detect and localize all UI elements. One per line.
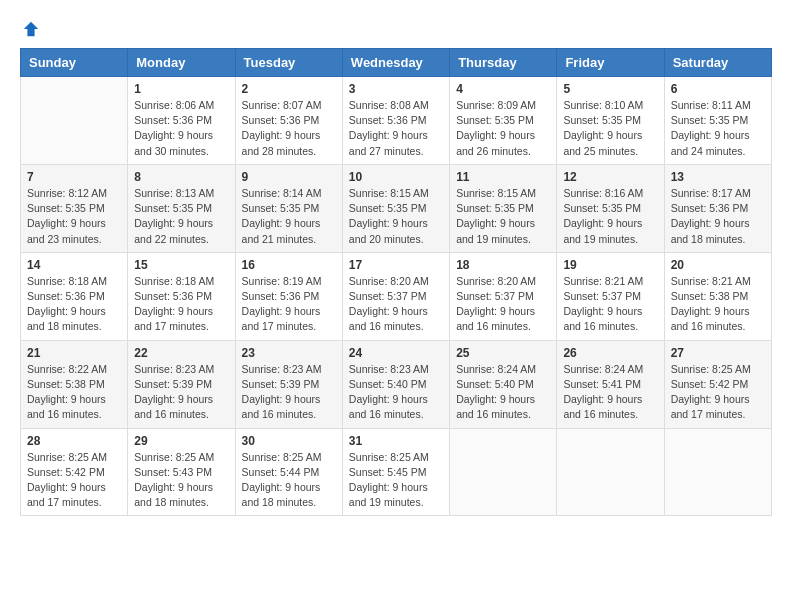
calendar-cell: 2Sunrise: 8:07 AM Sunset: 5:36 PM Daylig… — [235, 77, 342, 165]
calendar-row-2: 7Sunrise: 8:12 AM Sunset: 5:35 PM Daylig… — [21, 164, 772, 252]
day-info: Sunrise: 8:25 AM Sunset: 5:42 PM Dayligh… — [671, 362, 765, 423]
day-info: Sunrise: 8:09 AM Sunset: 5:35 PM Dayligh… — [456, 98, 550, 159]
day-info: Sunrise: 8:11 AM Sunset: 5:35 PM Dayligh… — [671, 98, 765, 159]
weekday-monday: Monday — [128, 49, 235, 77]
calendar-cell: 24Sunrise: 8:23 AM Sunset: 5:40 PM Dayli… — [342, 340, 449, 428]
calendar-cell — [21, 77, 128, 165]
weekday-friday: Friday — [557, 49, 664, 77]
day-number: 13 — [671, 170, 765, 184]
day-info: Sunrise: 8:12 AM Sunset: 5:35 PM Dayligh… — [27, 186, 121, 247]
calendar-row-5: 28Sunrise: 8:25 AM Sunset: 5:42 PM Dayli… — [21, 428, 772, 516]
calendar-cell: 3Sunrise: 8:08 AM Sunset: 5:36 PM Daylig… — [342, 77, 449, 165]
day-info: Sunrise: 8:16 AM Sunset: 5:35 PM Dayligh… — [563, 186, 657, 247]
calendar-cell: 19Sunrise: 8:21 AM Sunset: 5:37 PM Dayli… — [557, 252, 664, 340]
day-info: Sunrise: 8:19 AM Sunset: 5:36 PM Dayligh… — [242, 274, 336, 335]
day-number: 12 — [563, 170, 657, 184]
calendar-cell: 28Sunrise: 8:25 AM Sunset: 5:42 PM Dayli… — [21, 428, 128, 516]
day-number: 5 — [563, 82, 657, 96]
day-number: 16 — [242, 258, 336, 272]
calendar-cell — [664, 428, 771, 516]
calendar-cell: 12Sunrise: 8:16 AM Sunset: 5:35 PM Dayli… — [557, 164, 664, 252]
day-info: Sunrise: 8:22 AM Sunset: 5:38 PM Dayligh… — [27, 362, 121, 423]
calendar-cell: 26Sunrise: 8:24 AM Sunset: 5:41 PM Dayli… — [557, 340, 664, 428]
day-number: 3 — [349, 82, 443, 96]
day-number: 26 — [563, 346, 657, 360]
calendar-cell: 9Sunrise: 8:14 AM Sunset: 5:35 PM Daylig… — [235, 164, 342, 252]
day-number: 31 — [349, 434, 443, 448]
day-info: Sunrise: 8:25 AM Sunset: 5:44 PM Dayligh… — [242, 450, 336, 511]
day-number: 8 — [134, 170, 228, 184]
weekday-header-row: SundayMondayTuesdayWednesdayThursdayFrid… — [21, 49, 772, 77]
day-number: 30 — [242, 434, 336, 448]
page-header — [20, 20, 772, 38]
day-info: Sunrise: 8:08 AM Sunset: 5:36 PM Dayligh… — [349, 98, 443, 159]
calendar-cell: 4Sunrise: 8:09 AM Sunset: 5:35 PM Daylig… — [450, 77, 557, 165]
day-info: Sunrise: 8:18 AM Sunset: 5:36 PM Dayligh… — [27, 274, 121, 335]
logo — [20, 20, 40, 38]
calendar-cell: 18Sunrise: 8:20 AM Sunset: 5:37 PM Dayli… — [450, 252, 557, 340]
day-info: Sunrise: 8:20 AM Sunset: 5:37 PM Dayligh… — [349, 274, 443, 335]
calendar-cell: 10Sunrise: 8:15 AM Sunset: 5:35 PM Dayli… — [342, 164, 449, 252]
calendar-cell: 31Sunrise: 8:25 AM Sunset: 5:45 PM Dayli… — [342, 428, 449, 516]
day-number: 25 — [456, 346, 550, 360]
day-info: Sunrise: 8:15 AM Sunset: 5:35 PM Dayligh… — [456, 186, 550, 247]
day-number: 15 — [134, 258, 228, 272]
day-number: 29 — [134, 434, 228, 448]
day-info: Sunrise: 8:21 AM Sunset: 5:37 PM Dayligh… — [563, 274, 657, 335]
day-number: 28 — [27, 434, 121, 448]
day-number: 9 — [242, 170, 336, 184]
day-info: Sunrise: 8:18 AM Sunset: 5:36 PM Dayligh… — [134, 274, 228, 335]
weekday-thursday: Thursday — [450, 49, 557, 77]
day-info: Sunrise: 8:21 AM Sunset: 5:38 PM Dayligh… — [671, 274, 765, 335]
day-info: Sunrise: 8:07 AM Sunset: 5:36 PM Dayligh… — [242, 98, 336, 159]
calendar-cell — [557, 428, 664, 516]
calendar-cell: 17Sunrise: 8:20 AM Sunset: 5:37 PM Dayli… — [342, 252, 449, 340]
calendar-body: 1Sunrise: 8:06 AM Sunset: 5:36 PM Daylig… — [21, 77, 772, 516]
weekday-tuesday: Tuesday — [235, 49, 342, 77]
day-info: Sunrise: 8:25 AM Sunset: 5:45 PM Dayligh… — [349, 450, 443, 511]
day-number: 24 — [349, 346, 443, 360]
day-number: 21 — [27, 346, 121, 360]
day-number: 22 — [134, 346, 228, 360]
calendar-cell: 23Sunrise: 8:23 AM Sunset: 5:39 PM Dayli… — [235, 340, 342, 428]
day-number: 11 — [456, 170, 550, 184]
day-info: Sunrise: 8:25 AM Sunset: 5:42 PM Dayligh… — [27, 450, 121, 511]
day-info: Sunrise: 8:23 AM Sunset: 5:39 PM Dayligh… — [134, 362, 228, 423]
calendar-cell: 6Sunrise: 8:11 AM Sunset: 5:35 PM Daylig… — [664, 77, 771, 165]
calendar-row-3: 14Sunrise: 8:18 AM Sunset: 5:36 PM Dayli… — [21, 252, 772, 340]
day-number: 7 — [27, 170, 121, 184]
calendar-cell: 7Sunrise: 8:12 AM Sunset: 5:35 PM Daylig… — [21, 164, 128, 252]
calendar-cell: 22Sunrise: 8:23 AM Sunset: 5:39 PM Dayli… — [128, 340, 235, 428]
calendar-cell: 25Sunrise: 8:24 AM Sunset: 5:40 PM Dayli… — [450, 340, 557, 428]
calendar-cell: 27Sunrise: 8:25 AM Sunset: 5:42 PM Dayli… — [664, 340, 771, 428]
calendar-cell: 8Sunrise: 8:13 AM Sunset: 5:35 PM Daylig… — [128, 164, 235, 252]
day-number: 17 — [349, 258, 443, 272]
calendar-cell: 13Sunrise: 8:17 AM Sunset: 5:36 PM Dayli… — [664, 164, 771, 252]
day-info: Sunrise: 8:10 AM Sunset: 5:35 PM Dayligh… — [563, 98, 657, 159]
calendar-row-4: 21Sunrise: 8:22 AM Sunset: 5:38 PM Dayli… — [21, 340, 772, 428]
calendar-cell: 29Sunrise: 8:25 AM Sunset: 5:43 PM Dayli… — [128, 428, 235, 516]
day-number: 10 — [349, 170, 443, 184]
day-info: Sunrise: 8:23 AM Sunset: 5:39 PM Dayligh… — [242, 362, 336, 423]
day-number: 1 — [134, 82, 228, 96]
day-number: 23 — [242, 346, 336, 360]
day-info: Sunrise: 8:06 AM Sunset: 5:36 PM Dayligh… — [134, 98, 228, 159]
day-number: 4 — [456, 82, 550, 96]
day-info: Sunrise: 8:23 AM Sunset: 5:40 PM Dayligh… — [349, 362, 443, 423]
calendar-cell: 1Sunrise: 8:06 AM Sunset: 5:36 PM Daylig… — [128, 77, 235, 165]
weekday-saturday: Saturday — [664, 49, 771, 77]
calendar-cell: 11Sunrise: 8:15 AM Sunset: 5:35 PM Dayli… — [450, 164, 557, 252]
calendar-cell: 20Sunrise: 8:21 AM Sunset: 5:38 PM Dayli… — [664, 252, 771, 340]
day-number: 14 — [27, 258, 121, 272]
calendar-cell: 21Sunrise: 8:22 AM Sunset: 5:38 PM Dayli… — [21, 340, 128, 428]
day-info: Sunrise: 8:24 AM Sunset: 5:40 PM Dayligh… — [456, 362, 550, 423]
day-number: 18 — [456, 258, 550, 272]
day-number: 19 — [563, 258, 657, 272]
calendar-cell: 30Sunrise: 8:25 AM Sunset: 5:44 PM Dayli… — [235, 428, 342, 516]
calendar-cell: 15Sunrise: 8:18 AM Sunset: 5:36 PM Dayli… — [128, 252, 235, 340]
weekday-wednesday: Wednesday — [342, 49, 449, 77]
calendar-cell — [450, 428, 557, 516]
day-number: 20 — [671, 258, 765, 272]
day-info: Sunrise: 8:14 AM Sunset: 5:35 PM Dayligh… — [242, 186, 336, 247]
day-info: Sunrise: 8:15 AM Sunset: 5:35 PM Dayligh… — [349, 186, 443, 247]
